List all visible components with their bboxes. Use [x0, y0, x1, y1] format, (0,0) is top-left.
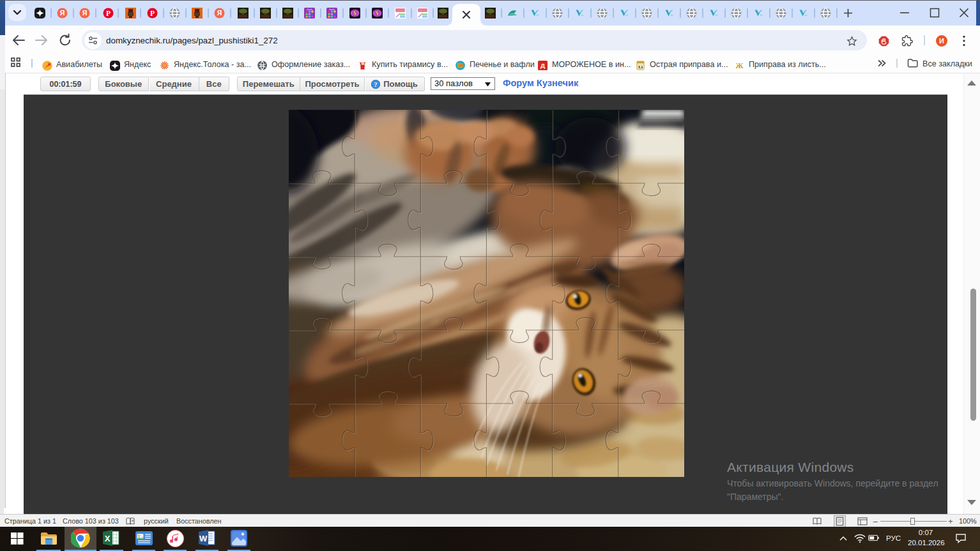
svg-text:Jewels: Jewels [307, 8, 313, 11]
svg-text:?: ? [374, 80, 378, 87]
svg-text:P: P [150, 10, 155, 17]
svg-text:X: X [105, 534, 111, 543]
svg-text:Д: Д [540, 62, 545, 69]
svg-text:Я: Я [59, 9, 65, 17]
svg-text:W: W [199, 534, 208, 543]
svg-text:P: P [106, 10, 111, 17]
svg-text:Я: Я [217, 9, 222, 17]
svg-text:Li: Li [638, 64, 643, 70]
svg-text:Jewels: Jewels [329, 8, 335, 11]
svg-text:Ж: Ж [735, 61, 744, 70]
svg-text:Я: Я [82, 9, 87, 17]
